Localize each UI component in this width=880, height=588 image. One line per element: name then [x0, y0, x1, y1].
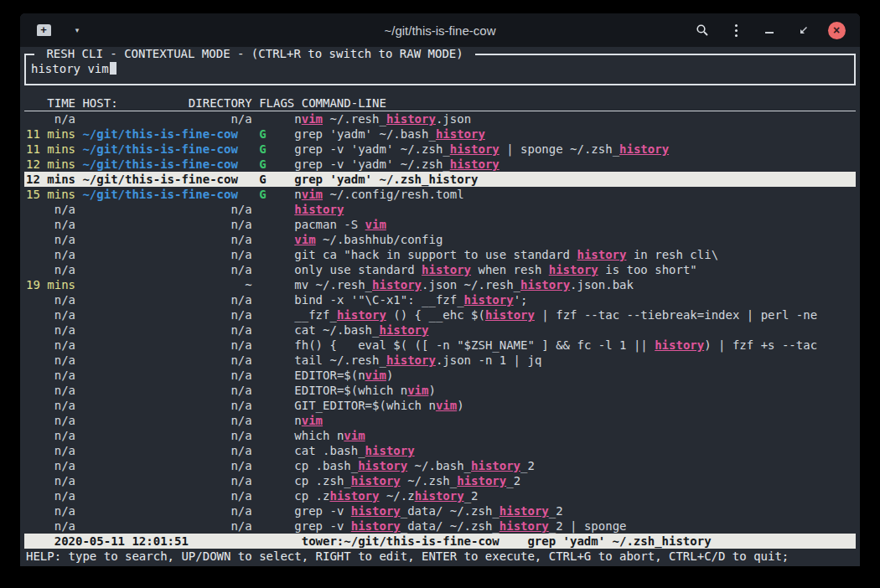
- panel-title: RESH CLI - CONTEXTUAL MODE - (CTRL+R to …: [34, 47, 475, 61]
- history-row[interactable]: n/a n/a GIT_EDITOR=$(which nvim): [24, 398, 856, 413]
- menu-button[interactable]: [726, 20, 746, 40]
- tab-dropdown-button[interactable]: ▾: [67, 20, 87, 40]
- close-icon: ×: [828, 22, 846, 39]
- history-row[interactable]: n/a n/a cat .bash_history: [24, 443, 856, 458]
- help-line: HELP: type to search, UP/DOWN to select,…: [24, 549, 856, 564]
- history-row[interactable]: n/a n/a fh() { eval $( ([ -n "$ZSH_NAME"…: [24, 338, 856, 353]
- restore-button[interactable]: [793, 20, 813, 40]
- history-row[interactable]: n/a n/a vim ~/.bashhub/config: [24, 232, 856, 247]
- history-row[interactable]: n/a n/a cp .zsh_history ~/.zsh_history_2: [24, 473, 856, 488]
- history-row[interactable]: 11 mins ~/git/this-is-fine-cow G grep 'y…: [24, 126, 856, 142]
- history-row[interactable]: n/a n/a grep -v history_data/ ~/.zsh_his…: [24, 518, 856, 534]
- history-row[interactable]: n/a n/a nvim: [24, 413, 856, 428]
- terminal-content: RESH CLI - CONTEXTUAL MODE - (CTRL+R to …: [20, 47, 860, 566]
- minimize-icon: [765, 32, 774, 34]
- history-row[interactable]: 12 mins ~/git/this-is-fine-cow G grep -v…: [24, 157, 856, 172]
- history-row[interactable]: n/a n/a EDITOR=$(nvim): [24, 368, 856, 383]
- history-row[interactable]: n/a n/a pacman -S vim: [24, 217, 856, 232]
- history-row[interactable]: 19 mins ~ mv ~/.resh_history.json ~/.res…: [24, 277, 856, 292]
- titlebar-left-group: + ▾: [34, 20, 87, 40]
- new-tab-icon: +: [37, 24, 51, 36]
- minimize-button[interactable]: [759, 20, 779, 40]
- titlebar-right-group: ×: [692, 20, 846, 40]
- history-row[interactable]: 11 mins ~/git/this-is-fine-cow G grep -v…: [24, 142, 856, 157]
- new-tab-button[interactable]: +: [34, 20, 54, 40]
- restore-icon: [798, 25, 809, 36]
- resh-search-panel: RESH CLI - CONTEXTUAL MODE - (CTRL+R to …: [24, 54, 856, 85]
- tab-dropdown-caret-icon: ▾: [75, 26, 80, 34]
- history-row[interactable]: 15 mins ~/git/this-is-fine-cow G nvim ~/…: [24, 187, 856, 202]
- search-query-text: history vim: [31, 62, 109, 75]
- terminal-window: + ▾ ~/git/this-is-fine-cow: [20, 13, 860, 566]
- history-row[interactable]: n/a n/a grep -v history_data/ ~/.zsh_his…: [24, 503, 856, 518]
- status-bar: 2020-05-11 12:01:51 tower:~/git/this-is-…: [24, 534, 856, 549]
- close-button[interactable]: ×: [826, 20, 846, 40]
- history-row[interactable]: n/a n/a cp .zhistory ~/.zhistory_2: [24, 488, 856, 503]
- history-row[interactable]: n/a n/a tail ~/.resh_history.json -n 1 |…: [24, 353, 856, 368]
- history-row[interactable]: n/a n/a git ca "hack in support to use s…: [24, 247, 856, 262]
- history-row[interactable]: n/a n/a bind -x '"\C-x1": __fzf_history'…: [24, 292, 856, 307]
- search-button[interactable]: [692, 20, 712, 40]
- history-row[interactable]: n/a n/a EDITOR=$(which nvim): [24, 383, 856, 398]
- history-row[interactable]: 12 mins ~/git/this-is-fine-cow G grep 'y…: [24, 172, 856, 187]
- history-row[interactable]: n/a n/a cat ~/.bash_history: [24, 322, 856, 338]
- text-cursor: [110, 62, 116, 75]
- history-row[interactable]: n/a n/a nvim ~/.resh_history.json: [24, 111, 856, 126]
- history-row[interactable]: n/a n/a cp .bash_history ~/.bash_history…: [24, 458, 856, 473]
- menu-kebab-icon: [735, 24, 738, 37]
- title-bar: + ▾ ~/git/this-is-fine-cow: [20, 13, 860, 47]
- table-header: TIME HOST: DIRECTORY FLAGS COMMAND-LINE: [24, 95, 856, 111]
- search-icon: [696, 23, 709, 37]
- history-row[interactable]: n/a n/a only use standard history when r…: [24, 262, 856, 277]
- history-row[interactable]: n/a n/a __fzf_history () { __ehc $(histo…: [24, 307, 856, 322]
- history-row[interactable]: n/a n/a which nvim: [24, 428, 856, 443]
- history-row[interactable]: n/a n/a history: [24, 202, 856, 217]
- history-list: n/a n/a nvim ~/.resh_history.json11 mins…: [24, 111, 856, 534]
